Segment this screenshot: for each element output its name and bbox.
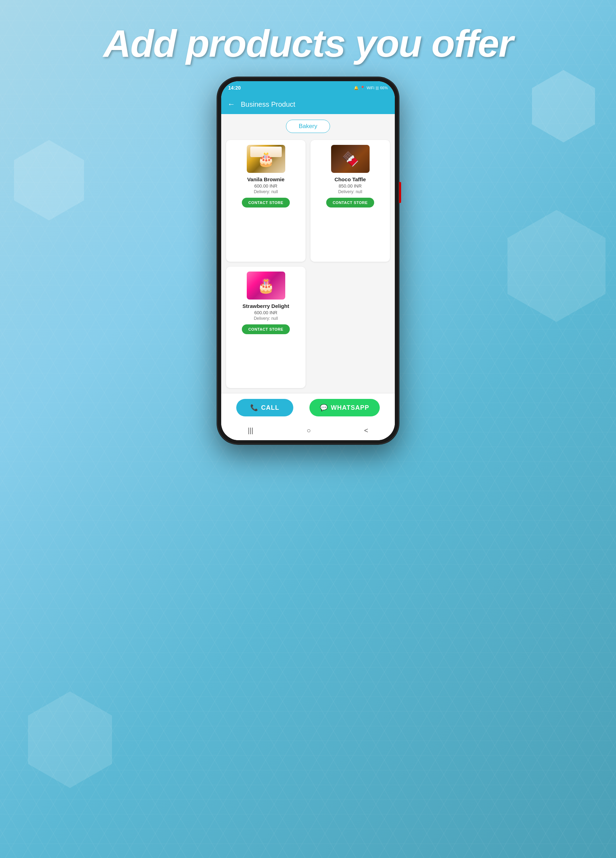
status-time: 14:20: [228, 85, 241, 91]
contact-store-button-strawberry[interactable]: CONTACT STORE: [242, 324, 289, 334]
product-delivery-vanila: Delivery: null: [254, 189, 278, 194]
product-card-choco-taffle: Choco Taffle 850.00 INR Delivery: null C…: [310, 140, 390, 262]
header-title: Business Product: [241, 100, 296, 109]
whatsapp-label: WHATSAPP: [331, 404, 369, 412]
back-button[interactable]: ←: [227, 100, 235, 109]
phone-mockup: 14:20 🔔 📍 WiFi ||| 66% ← Business Produc…: [217, 77, 399, 445]
product-image-strawberry: [247, 272, 285, 300]
product-price-strawberry: 600.00 INR: [254, 310, 278, 315]
content-area: Bakery Vanila Brownie 600.00 INR Deliver…: [221, 114, 395, 393]
page-title: Add products you offer: [0, 21, 616, 65]
status-bar: 14:20 🔔 📍 WiFi ||| 66%: [221, 81, 395, 95]
product-image-vanila: [247, 145, 285, 173]
phone-screen: 14:20 🔔 📍 WiFi ||| 66% ← Business Produc…: [221, 81, 395, 440]
category-container: Bakery: [221, 114, 395, 137]
product-name-strawberry: Strawberry Delight: [243, 303, 289, 309]
contact-store-button-choco[interactable]: CONTACT STORE: [326, 198, 374, 208]
product-delivery-choco: Delivery: null: [338, 189, 362, 194]
call-button[interactable]: 📞 CALL: [236, 399, 293, 417]
product-price-choco: 850.00 INR: [339, 183, 362, 189]
product-card-vanila-brownie: Vanila Brownie 600.00 INR Delivery: null…: [226, 140, 306, 262]
phone-outer-shell: 14:20 🔔 📍 WiFi ||| 66% ← Business Produc…: [217, 77, 399, 445]
navigation-bar: ||| ○ <: [221, 422, 395, 440]
back-nav-icon[interactable]: <: [364, 427, 368, 435]
phone-icon: 📞: [250, 404, 258, 412]
battery-icon: 66%: [380, 86, 388, 90]
whatsapp-icon: 💬: [320, 404, 328, 412]
category-tab-bakery[interactable]: Bakery: [286, 120, 330, 133]
bottom-section: 📞 CALL 💬 WHATSAPP: [221, 393, 395, 422]
signal-icon: |||: [376, 86, 379, 90]
whatsapp-button[interactable]: 💬 WHATSAPP: [310, 399, 380, 417]
product-delivery-strawberry: Delivery: null: [254, 316, 278, 321]
recent-apps-icon[interactable]: |||: [248, 427, 254, 435]
call-label: CALL: [261, 404, 279, 412]
product-name-vanila: Vanila Brownie: [247, 176, 285, 182]
wifi-icon: WiFi: [366, 86, 374, 90]
notification-icon: 🔔: [354, 86, 359, 90]
product-image-choco: [331, 145, 370, 173]
home-icon[interactable]: ○: [306, 427, 311, 435]
location-icon: 📍: [360, 86, 365, 90]
contact-store-button-vanila[interactable]: CONTACT STORE: [242, 198, 289, 208]
app-header: ← Business Product: [221, 95, 395, 114]
product-price-vanila: 600.00 INR: [254, 183, 278, 189]
product-card-strawberry-delight: Strawberry Delight 600.00 INR Delivery: …: [226, 267, 306, 389]
product-name-choco: Choco Taffle: [334, 176, 366, 182]
products-grid: Vanila Brownie 600.00 INR Delivery: null…: [221, 137, 395, 393]
status-icons: 🔔 📍 WiFi ||| 66%: [354, 86, 388, 90]
